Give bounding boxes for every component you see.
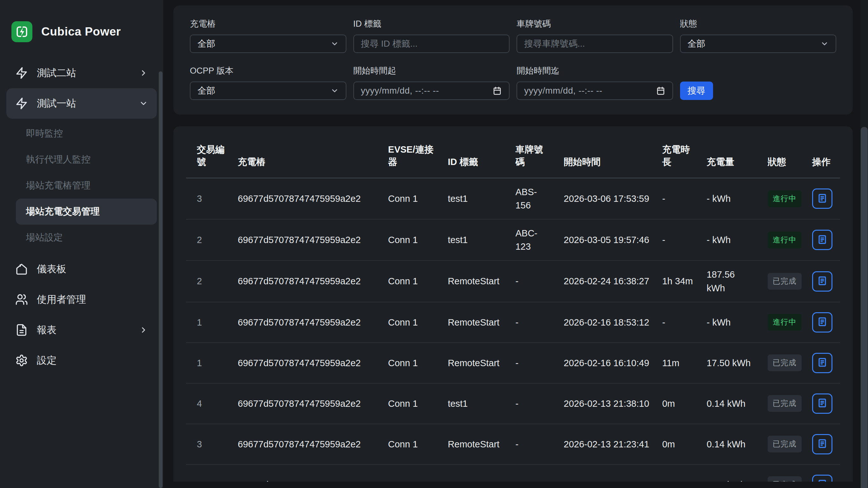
sidebar-item-report[interactable]: 報表	[6, 315, 157, 345]
column-header: 充電樁	[238, 131, 388, 178]
sidebar-item-station[interactable]: 測試一站	[6, 88, 157, 119]
sidebar-item-label: 使用者管理	[37, 293, 86, 306]
sidebar-subitem[interactable]: 執行代理人監控	[16, 147, 157, 173]
sidebar-item-gear[interactable]: 設定	[6, 345, 157, 376]
filter-field-id-tag: ID 標籤	[353, 18, 510, 53]
cell-status: 已完成	[768, 260, 812, 302]
id-tag-input[interactable]	[361, 39, 502, 49]
transaction-detail-button[interactable]	[812, 230, 832, 250]
cell-duration: -	[662, 178, 707, 219]
receipt-icon	[817, 316, 828, 328]
window-scrollbar-thumb[interactable]	[861, 127, 868, 488]
cell-status: 進行中	[768, 302, 812, 343]
search-button[interactable]: 搜尋	[680, 82, 713, 100]
cell-start-time: 2026-02-24 16:38:27	[564, 260, 662, 302]
cell-id-tag: RemoteStart	[448, 302, 515, 343]
filter-actions: 搜尋	[680, 65, 837, 100]
transaction-detail-button[interactable]	[812, 353, 832, 373]
cell-status: 已完成	[768, 424, 812, 464]
filter-field-start-time-to: 開始時間迄 yyyy/mm/dd, --:-- --	[517, 65, 673, 100]
start-time-from-datetime-input[interactable]: yyyy/mm/dd, --:-- --	[353, 82, 510, 100]
transaction-detail-button[interactable]	[812, 271, 832, 292]
filter-field-ocpp-version: OCPP 版本 全部	[190, 65, 346, 100]
sidebar-subitem[interactable]: 場站充電交易管理	[16, 199, 157, 225]
transaction-detail-button[interactable]	[812, 189, 832, 209]
sidebar-subitem[interactable]: 場站設定	[16, 225, 157, 251]
column-header: 充電量	[707, 131, 768, 178]
cell-plate: -	[515, 302, 563, 343]
cell-connector: Conn 1	[388, 178, 448, 219]
filter-field-start-time-from: 開始時間起 yyyy/mm/dd, --:-- --	[353, 65, 510, 100]
chevron-down-icon	[139, 99, 148, 108]
cell-actions	[812, 302, 840, 343]
sidebar-item-users[interactable]: 使用者管理	[6, 284, 157, 315]
cell-start-time: 2026-03-05 19:57:46	[564, 219, 662, 260]
home-icon	[15, 263, 28, 275]
cell-connector: Conn 1	[388, 260, 448, 302]
filter-panel: 充電樁 全部 ID 標籤 車牌號碼	[173, 5, 853, 115]
ocpp-version-selected-value: 全部	[197, 85, 215, 97]
cell-charge-point: 69677d57078747475959a2e2	[238, 424, 388, 464]
receipt-icon	[817, 438, 828, 450]
status-badge: 已完成	[768, 436, 802, 452]
cell-status: 進行中	[768, 178, 812, 219]
status-badge: 已完成	[768, 273, 802, 290]
transactions-table: 交易編號充電樁EVSE/連接器ID 標籤車牌號碼開始時間充電時長充電量狀態操作 …	[186, 131, 840, 482]
transaction-row: 3 69677d57078747475959a2e2 Conn 1 Remote…	[186, 424, 840, 464]
cell-start-time: 2026-03-06 17:53:59	[564, 178, 662, 219]
filter-field-status: 狀態 全部	[680, 18, 837, 53]
cell-id-tag: RemoteStart	[448, 260, 515, 302]
window-scrollbar-track[interactable]	[860, 0, 868, 488]
sidebar-scrollbar[interactable]	[159, 71, 162, 488]
sidebar-nav: 測試二站 測試一站 即時監控執行代理人監控場站充電樁管理場站充電交易管理場站設定…	[0, 48, 163, 376]
start-time-to-placeholder: yyyy/mm/dd, --:-- --	[524, 86, 602, 96]
sidebar-item-station[interactable]: 測試二站	[6, 58, 157, 88]
cell-energy: 0.14 kWh	[707, 424, 768, 464]
gear-icon	[15, 354, 28, 367]
cell-actions	[812, 464, 840, 482]
filter-label: OCPP 版本	[190, 65, 346, 76]
cell-transaction-id: 2	[186, 219, 238, 260]
status-select[interactable]: 全部	[680, 35, 837, 53]
cell-actions	[812, 178, 840, 219]
cell-actions	[812, 424, 840, 464]
start-time-to-datetime-input[interactable]: yyyy/mm/dd, --:-- --	[517, 82, 673, 100]
sidebar-subitem[interactable]: 場站充電樁管理	[16, 173, 157, 199]
cell-id-tag: test1	[448, 219, 515, 260]
transaction-detail-button[interactable]	[812, 434, 832, 454]
calendar-icon[interactable]	[492, 86, 502, 96]
filter-field-charge-point: 充電樁 全部	[190, 18, 346, 53]
transaction-detail-button[interactable]	[812, 312, 832, 332]
sidebar-item-home[interactable]: 儀表板	[6, 254, 157, 284]
cell-charge-point: 69677d57078747475959a2e2	[238, 260, 388, 302]
column-header: 交易編號	[186, 131, 238, 178]
cell-actions	[812, 343, 840, 383]
transactions-table-card: 交易編號充電樁EVSE/連接器ID 標籤車牌號碼開始時間充電時長充電量狀態操作 …	[173, 126, 853, 482]
transaction-detail-button[interactable]	[812, 475, 832, 482]
ocpp-version-select[interactable]: 全部	[190, 82, 346, 100]
filter-label: 狀態	[680, 18, 837, 30]
cell-start-time: 2026-02-16 16:10:49	[564, 343, 662, 383]
sidebar-item-label: 儀表板	[37, 262, 66, 276]
charge-point-select[interactable]: 全部	[190, 35, 346, 53]
cell-actions	[812, 260, 840, 302]
cell-plate: -	[515, 260, 563, 302]
cell-energy: 0.14 kWh	[707, 383, 768, 424]
cell-connector: Conn 1	[388, 343, 448, 383]
sidebar-item-label: 設定	[37, 354, 57, 367]
cell-plate: ABC-123	[515, 219, 563, 260]
cell-charge-point: 69677d57078747475959a2e2	[238, 464, 388, 482]
receipt-icon	[817, 234, 828, 246]
sidebar-subitem[interactable]: 即時監控	[16, 121, 157, 147]
cell-charge-point: 69677d57078747475959a2e2	[238, 343, 388, 383]
charge-point-selected-value: 全部	[197, 38, 215, 50]
cell-id-tag: RemoteStart	[448, 464, 515, 482]
table-body: 3 69677d57078747475959a2e2 Conn 1 test1 …	[186, 178, 840, 482]
calendar-icon[interactable]	[656, 86, 665, 96]
main-content: 充電樁 全部 ID 標籤 車牌號碼	[163, 0, 868, 488]
report-icon	[15, 324, 28, 336]
plate-number-input[interactable]	[524, 39, 665, 49]
filter-label: 開始時間起	[353, 65, 510, 76]
cell-start-time: 2026-02-13 21:38:10	[564, 383, 662, 424]
transaction-detail-button[interactable]	[812, 393, 832, 414]
